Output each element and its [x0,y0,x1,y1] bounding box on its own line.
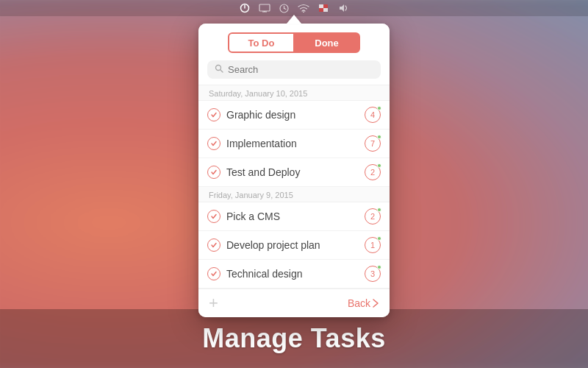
app-title: Manage Tasks [202,323,385,354]
check-icon [207,137,220,150]
badge-dot [377,265,381,269]
svg-line-15 [220,70,223,73]
popover-arrow [287,15,301,24]
popover-panel: To Do Done Saturday, January 10, 2015 Gr… [198,24,390,317]
task-item[interactable]: Graphic design 4 [198,101,390,130]
task-item[interactable]: Test and Deploy 2 [198,158,390,187]
tab-done[interactable]: Done [294,32,360,53]
power-icon [240,3,250,13]
badge-dot [377,135,381,139]
search-input[interactable] [228,64,373,75]
task-name: Develop project plan [226,239,359,251]
back-button[interactable]: Back [348,297,379,309]
search-bar [198,60,390,85]
svg-marker-13 [340,4,344,12]
svg-rect-12 [323,8,328,12]
flag-icon [318,4,330,13]
check-icon [207,108,220,121]
tab-todo[interactable]: To Do [228,32,294,53]
badge-dot [377,208,381,212]
task-name: Technical design [226,268,359,280]
task-item[interactable]: Implementation 7 [198,130,390,158]
check-icon [207,267,220,280]
svg-rect-9 [319,4,323,8]
task-list: Saturday, January 10, 2015 Graphic desig… [198,85,390,289]
task-item[interactable]: Develop project plan 1 [198,231,390,260]
task-item[interactable]: Pick a CMS 2 [198,202,390,231]
svg-rect-2 [259,4,270,11]
date-header-1: Saturday, January 10, 2015 [198,85,390,101]
task-name: Test and Deploy [226,166,359,178]
badge-dot [377,106,381,110]
volume-icon [339,4,349,13]
check-icon [207,210,220,223]
task-badge: 1 [365,237,381,253]
task-badge: 2 [365,164,381,180]
bottom-title-bar: Manage Tasks [0,309,588,368]
add-button[interactable]: + [209,295,218,311]
task-name: Pick a CMS [226,210,359,222]
task-name: Implementation [226,138,359,149]
wifi-icon [298,4,309,13]
badge-dot [377,236,381,241]
task-item[interactable]: Technical design 3 [198,260,390,289]
svg-rect-10 [323,4,328,8]
svg-point-8 [303,12,304,13]
menubar [0,0,588,16]
date-header-2: Friday, January 9, 2015 [198,187,390,202]
display-icon [259,4,270,13]
clock-icon [279,4,289,13]
task-badge: 2 [365,208,381,224]
search-input-wrap [207,60,381,79]
check-icon [207,166,220,179]
svg-rect-11 [319,8,323,12]
popover-footer: + Back [198,289,390,317]
task-badge: 4 [365,107,381,123]
svg-line-7 [284,8,286,9]
check-icon [207,238,220,252]
task-name: Graphic design [226,109,359,121]
task-badge: 7 [365,135,381,152]
search-icon [215,64,223,75]
tab-bar: To Do Done [198,24,390,60]
badge-dot [377,163,381,168]
task-badge: 3 [365,266,381,282]
